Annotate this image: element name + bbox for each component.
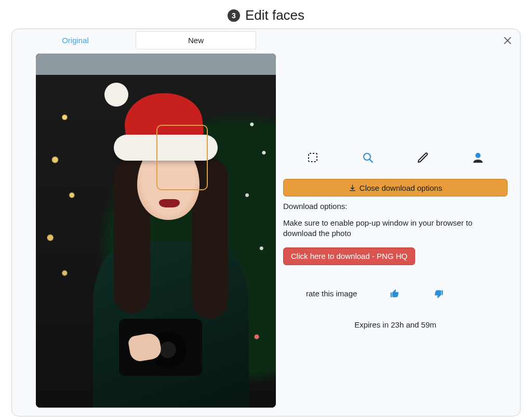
face-detection-box[interactable]: [156, 125, 208, 190]
tabs: Original New: [15, 31, 276, 49]
tab-new[interactable]: New: [136, 31, 256, 49]
download-png-hq-button[interactable]: Click here to download - PNG HQ: [283, 247, 415, 265]
page-title: Edit faces: [245, 7, 304, 23]
thumbs-up-icon[interactable]: [389, 288, 401, 299]
hat-pom: [104, 83, 128, 107]
svg-line-4: [370, 160, 373, 163]
close-icon[interactable]: [502, 35, 513, 46]
expiry-text: Expires in 23h and 59m: [283, 320, 508, 329]
right-pane: Close download options Download options:…: [276, 29, 520, 416]
popup-hint-text: Make sure to enable pop-up window in you…: [283, 218, 475, 239]
subject-lips: [159, 199, 180, 207]
image-preview[interactable]: [36, 54, 276, 408]
svg-point-5: [475, 153, 481, 158]
pencil-icon[interactable]: [416, 151, 430, 164]
tab-original[interactable]: Original: [15, 31, 136, 49]
thumbs-down-icon[interactable]: [433, 288, 444, 299]
person-icon[interactable]: [471, 151, 485, 164]
rate-row: rate this image: [283, 288, 508, 299]
editor-panel: Original New: [11, 29, 521, 416]
close-download-options-button[interactable]: Close download options: [283, 179, 508, 197]
zoom-icon[interactable]: [361, 151, 375, 164]
close-download-options-label: Close download options: [360, 184, 442, 192]
download-icon: [349, 184, 356, 192]
rate-label: rate this image: [306, 289, 357, 298]
download-options-label: Download options:: [283, 202, 508, 211]
left-pane: Original New: [12, 29, 276, 416]
crop-icon[interactable]: [306, 151, 320, 164]
page-header: 3 Edit faces: [0, 0, 532, 29]
tool-row: [283, 151, 508, 179]
svg-rect-2: [309, 153, 317, 162]
step-number-badge: 3: [228, 9, 240, 22]
